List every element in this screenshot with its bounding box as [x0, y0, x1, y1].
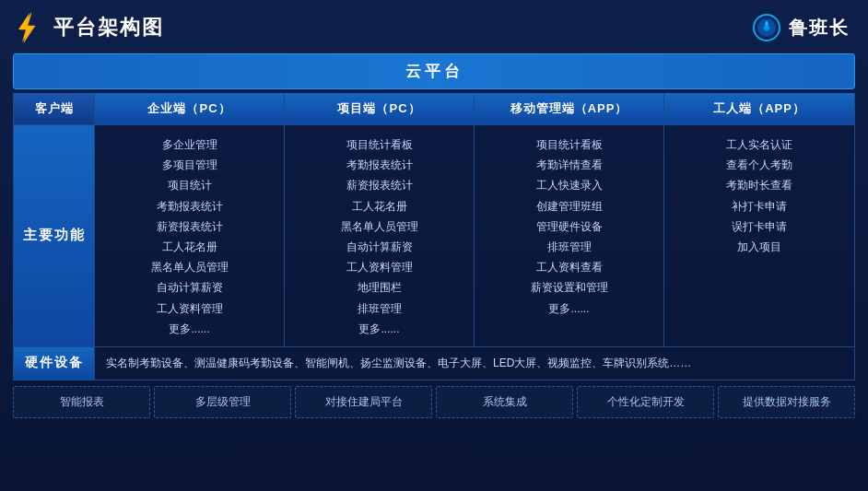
list-item: 多企业管理 — [102, 134, 276, 155]
list-item: 工人资料管理 — [292, 257, 466, 277]
list-item: 项目统计 — [102, 175, 276, 195]
cloud-banner: 云平台 — [13, 53, 855, 89]
list-item: 排班管理 — [482, 237, 656, 257]
features-row: 主要功能 多企业管理 多项目管理 项目统计 考勤报表统计 薪资报表统计 工人花名… — [13, 125, 855, 347]
col-header-client: 客户端 — [14, 93, 95, 124]
list-item: 黑名单人员管理 — [292, 216, 466, 237]
list-item: 工人资料管理 — [102, 298, 276, 319]
col-header-worker: 工人端（APP） — [664, 93, 854, 124]
enterprise-features-col: 多企业管理 多项目管理 项目统计 考勤报表统计 薪资报表统计 工人花名册 黑名单… — [95, 125, 285, 346]
col-header-mobile: 移动管理端（APP） — [475, 93, 664, 124]
list-item: 工人资料查看 — [482, 257, 656, 277]
list-item: 项目统计看板 — [482, 134, 656, 155]
header-left: 平台架构图 — [11, 11, 164, 44]
logo-icon — [11, 11, 44, 44]
bottom-row: 智能报表 多层级管理 对接住建局平台 系统集成 个性化定制开发 提供数据对接服务 — [13, 386, 855, 418]
bottom-item-5: 提供数据对接服务 — [718, 386, 855, 418]
list-item: 考勤详情查看 — [482, 155, 656, 175]
list-item: 薪资报表统计 — [102, 216, 276, 237]
list-item: 黑名单人员管理 — [102, 257, 276, 277]
list-item: 自动计算薪资 — [292, 237, 466, 257]
list-item: 考勤报表统计 — [102, 196, 276, 216]
brand-logo-icon — [752, 13, 781, 42]
list-item: 多项目管理 — [102, 155, 276, 175]
bottom-item-1: 多层级管理 — [154, 386, 291, 418]
list-item: 项目统计看板 — [292, 134, 466, 155]
list-item: 薪资报表统计 — [292, 175, 466, 195]
mobile-features-col: 项目统计看板 考勤详情查看 工人快速录入 创建管理班组 管理硬件设备 排班管理 … — [475, 125, 664, 346]
page: 平台架构图 鲁班长 云平台 客户端 企业端（PC） 项目端（PC） 移动管理端（… — [0, 0, 868, 491]
list-item: 考勤时长查看 — [672, 175, 847, 195]
list-item: 误打卡申请 — [672, 216, 847, 237]
list-item: 工人花名册 — [292, 196, 466, 216]
brand-right: 鲁班长 — [752, 13, 850, 42]
list-item: 更多...... — [482, 298, 656, 319]
project-features-col: 项目统计看板 考勤报表统计 薪资报表统计 工人花名册 黑名单人员管理 自动计算薪… — [285, 125, 475, 346]
list-item: 工人实名认证 — [672, 134, 847, 155]
list-item: 工人花名册 — [102, 237, 276, 257]
list-item: 查看个人考勤 — [672, 155, 847, 175]
features-label: 主要功能 — [14, 125, 95, 346]
list-item: 排班管理 — [292, 298, 466, 319]
list-item: 更多...... — [102, 319, 276, 339]
list-item: 补打卡申请 — [672, 196, 847, 216]
hardware-label: 硬件设备 — [14, 347, 95, 380]
hardware-row: 硬件设备 实名制考勤设备、测温健康码考勤设备、智能闸机、扬尘监测设备、电子大屏、… — [13, 347, 855, 380]
bottom-item-3: 系统集成 — [436, 386, 573, 418]
svg-point-4 — [764, 25, 769, 30]
list-item: 考勤报表统计 — [292, 155, 466, 175]
header-title: 平台架构图 — [53, 14, 164, 41]
header: 平台架构图 鲁班长 — [0, 0, 868, 53]
bottom-item-2: 对接住建局平台 — [295, 386, 432, 418]
brand-name: 鲁班长 — [789, 16, 850, 41]
list-item: 自动计算薪资 — [102, 277, 276, 298]
bottom-item-0: 智能报表 — [13, 386, 150, 418]
list-item: 加入项目 — [672, 237, 847, 257]
list-item: 地理围栏 — [292, 277, 466, 298]
hardware-content: 实名制考勤设备、测温健康码考勤设备、智能闸机、扬尘监测设备、电子大屏、LED大屏… — [95, 347, 854, 380]
col-header-enterprise: 企业端（PC） — [95, 93, 285, 124]
worker-features-col: 工人实名认证 查看个人考勤 考勤时长查看 补打卡申请 误打卡申请 加入项目 — [664, 125, 854, 346]
list-item: 创建管理班组 — [482, 196, 656, 216]
bottom-item-4: 个性化定制开发 — [577, 386, 714, 418]
list-item: 薪资设置和管理 — [482, 277, 656, 298]
list-item: 更多...... — [292, 319, 466, 339]
col-header-project: 项目端（PC） — [285, 93, 475, 124]
main-content: 云平台 客户端 企业端（PC） 项目端（PC） 移动管理端（APP） 工人端（A… — [0, 53, 868, 427]
list-item: 工人快速录入 — [482, 175, 656, 195]
list-item: 管理硬件设备 — [482, 216, 656, 237]
column-headers: 客户端 企业端（PC） 项目端（PC） 移动管理端（APP） 工人端（APP） — [13, 93, 855, 125]
